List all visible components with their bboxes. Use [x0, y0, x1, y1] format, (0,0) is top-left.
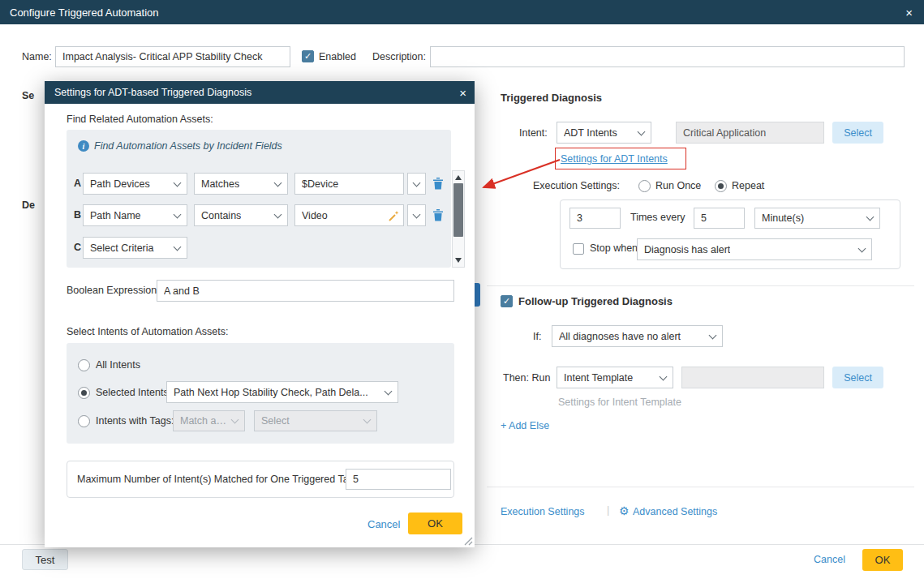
test-button[interactable]: Test [22, 549, 68, 570]
chevron-down-icon [866, 213, 875, 221]
info-icon: i [78, 140, 89, 152]
modal-close-icon[interactable]: × [459, 87, 466, 99]
all-intents-label: All Intents [96, 359, 140, 371]
resize-handle[interactable] [464, 537, 473, 546]
radio-intents-with-tags[interactable] [78, 415, 90, 427]
modal-titlebar: Settings for ADT-based Triggered Diagnos… [45, 81, 475, 104]
stop-when-label: Stop when [590, 242, 638, 254]
chevron-down-icon [660, 372, 668, 380]
row-key: A [74, 178, 81, 189]
footer-cancel-link[interactable]: Cancel [814, 554, 845, 565]
followup-checkbox[interactable]: ✓ [501, 295, 513, 307]
boolean-expression-input[interactable] [157, 280, 454, 302]
radio-run-once[interactable] [638, 180, 651, 192]
stop-condition-dropdown[interactable]: Diagnosis has alert [637, 238, 872, 260]
chevron-down-icon [638, 127, 646, 135]
chevron-down-icon [858, 244, 866, 252]
radio-selected-intents[interactable] [78, 387, 90, 399]
radio-repeat[interactable] [715, 180, 727, 192]
delete-row-icon[interactable] [432, 209, 444, 221]
settings-for-adt-intents-link[interactable]: Settings for ADT Intents [561, 153, 668, 165]
then-select-button[interactable]: Select [832, 367, 883, 388]
then-type-dropdown[interactable]: Intent Template [557, 367, 673, 388]
repeat-label: Repeat [732, 180, 764, 191]
section-divider [487, 487, 914, 487]
intents-panel: All Intents Selected Intents: Path Next … [67, 343, 454, 444]
field-dropdown-a[interactable]: Path Devices [83, 173, 187, 195]
footer-ok-button[interactable]: OK [862, 549, 903, 571]
section-divider [487, 285, 914, 286]
followup-title: Follow-up Triggered Diagnosis [518, 295, 673, 307]
intents-with-tags-label: Intents with Tags: [96, 415, 174, 427]
find-assets-label: Find Related Automation Assets: [67, 114, 213, 125]
repeat-count-input[interactable] [569, 208, 621, 229]
operator-dropdown-b[interactable]: Contains [194, 204, 288, 226]
execution-settings-label: Execution Settings: [533, 180, 620, 191]
chevron-down-icon [385, 387, 393, 395]
chevron-down-icon [174, 242, 182, 251]
field-dropdown-b[interactable]: Path Name [83, 204, 187, 226]
chevron-down-icon [413, 178, 421, 187]
dialog-title: Configure Triggered Automation [10, 6, 159, 19]
modal-ok-button[interactable]: OK [408, 513, 462, 534]
magic-wand-icon[interactable] [389, 210, 400, 221]
chevron-down-icon [274, 178, 282, 187]
delete-row-icon[interactable] [432, 178, 444, 190]
max-intents-panel: Maximum Number of Intent(s) Matched for … [67, 461, 454, 498]
chevron-down-icon [363, 416, 372, 424]
value-combo-toggle-b[interactable] [407, 204, 426, 226]
chevron-down-icon [709, 331, 717, 339]
modal-cancel-link[interactable]: Cancel [367, 518, 400, 530]
description-input[interactable] [430, 46, 905, 67]
hidden-section-label-device: De [22, 199, 35, 211]
chevron-down-icon [274, 210, 282, 218]
selected-intents-dropdown[interactable]: Path Next Hop Stability Check, Path Dela… [166, 381, 398, 403]
close-icon[interactable]: × [905, 6, 913, 19]
name-label: Name: [22, 51, 52, 62]
dialog-titlebar: Configure Triggered Automation × [0, 0, 924, 24]
criteria-panel: i Find Automation Assets by Incident Fie… [67, 130, 451, 268]
scrollbar[interactable] [452, 170, 465, 268]
field-dropdown-c[interactable]: Select Criteria [83, 237, 187, 259]
modal-title: Settings for ADT-based Triggered Diagnos… [54, 87, 251, 98]
triggered-diagnosis-title: Triggered Diagnosis [501, 92, 602, 104]
name-input[interactable] [55, 46, 290, 67]
add-else-link[interactable]: + Add Else [501, 420, 549, 431]
info-text: Find Automation Assets by Incident Field… [94, 140, 282, 152]
adt-settings-modal: Settings for ADT-based Triggered Diagnos… [45, 81, 475, 547]
if-label: If: [533, 331, 541, 342]
chevron-down-icon [174, 178, 182, 187]
operator-dropdown-a[interactable]: Matches [194, 173, 288, 195]
max-intents-label: Maximum Number of Intent(s) Matched for … [77, 474, 362, 485]
enabled-checkbox[interactable]: ✓ [302, 50, 314, 62]
hidden-section-label-settings: Se [22, 90, 34, 101]
link-separator: | [607, 504, 609, 516]
select-intents-label: Select Intents of Automation Assets: [67, 326, 228, 337]
interval-unit-dropdown[interactable]: Minute(s) [754, 208, 880, 229]
radio-all-intents[interactable] [78, 359, 90, 371]
then-value-input [681, 367, 824, 388]
stop-when-checkbox[interactable] [573, 243, 584, 255]
advanced-settings-link[interactable]: Advanced Settings [633, 506, 717, 517]
value-input-b[interactable] [294, 204, 404, 226]
scroll-down-icon[interactable] [455, 258, 462, 263]
execution-settings-link[interactable]: Execution Settings [501, 506, 585, 517]
scroll-up-icon[interactable] [455, 175, 462, 180]
max-intents-input[interactable] [346, 469, 451, 490]
chevron-down-icon [231, 416, 239, 424]
scrollbar-thumb[interactable] [453, 183, 463, 237]
description-label: Description: [372, 51, 426, 62]
value-input-a[interactable] [294, 173, 404, 195]
if-condition-dropdown[interactable]: All diagnoses have no alert [552, 325, 723, 347]
intent-select-button[interactable]: Select [832, 122, 883, 144]
selected-intents-label: Selected Intents: [96, 387, 171, 398]
enabled-label: Enabled [319, 51, 356, 62]
run-once-label: Run Once [655, 180, 701, 191]
interval-value-input[interactable] [694, 208, 745, 229]
intent-label: Intent: [519, 127, 548, 139]
chevron-down-icon [413, 210, 421, 218]
row-key: B [74, 209, 81, 221]
intent-type-dropdown[interactable]: ADT Intents [557, 122, 651, 144]
value-combo-toggle-a[interactable] [407, 173, 426, 195]
boolean-expression-label: Boolean Expression: [67, 285, 160, 296]
